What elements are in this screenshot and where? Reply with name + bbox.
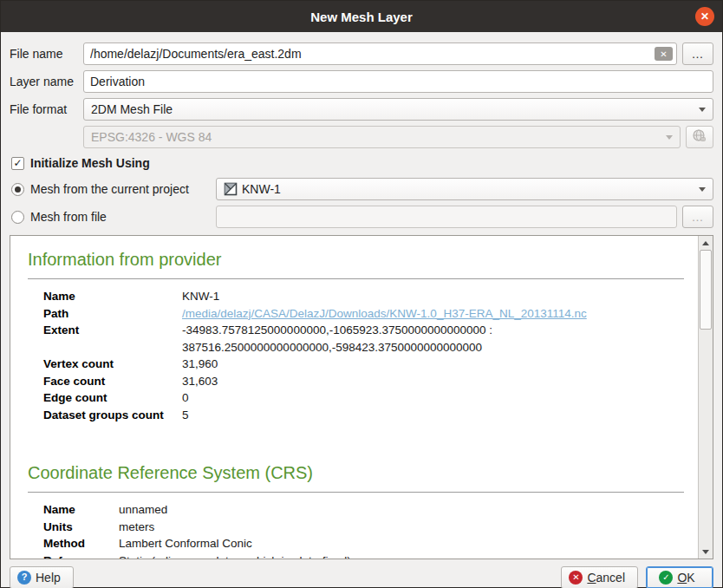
crs-row: EPSG:4326 - WGS 84 [10, 126, 713, 148]
ok-check-icon: ✓ [659, 571, 673, 585]
layer-info-panel: Information from provider Name KNW-1 Pat… [10, 235, 713, 559]
window-title: New Mesh Layer [310, 10, 413, 24]
clear-text-icon[interactable]: ✕ [655, 47, 673, 61]
provider-info-heading: Information from provider [28, 250, 686, 270]
info-label: Reference [43, 552, 119, 559]
file-format-row: File format 2DM Mesh File [10, 98, 713, 121]
scroll-down-button[interactable] [699, 545, 713, 559]
info-label: Name [43, 288, 182, 305]
chevron-down-icon [666, 135, 673, 140]
info-value: 0 [182, 389, 686, 407]
crs-combobox: EPSG:4326 - WGS 84 [83, 126, 681, 148]
info-value: KNW-1 [182, 288, 686, 305]
info-label: Vertex count [43, 356, 182, 373]
project-mesh-value: KNW-1 [242, 182, 699, 196]
initialize-mesh-checkbox[interactable]: ✓ [11, 157, 24, 170]
info-value: unnamed [119, 501, 686, 519]
file-name-input[interactable] [83, 42, 677, 65]
help-button[interactable]: ? Help [10, 566, 74, 588]
info-row-crs-method: Method Lambert Conformal Conic [43, 535, 686, 552]
info-label: Path [43, 305, 182, 323]
select-crs-button [686, 126, 713, 148]
crs-info-table: Name unnamed Units meters Method Lambert… [43, 501, 686, 559]
crs-value: EPSG:4326 - WGS 84 [91, 130, 666, 144]
info-label: Method [43, 535, 119, 552]
mesh-from-project-row: Mesh from the current project KNW-1 [10, 178, 713, 200]
info-value: 31,960 [182, 356, 686, 373]
initialize-mesh-label[interactable]: Initialize Mesh Using [30, 156, 150, 170]
info-row-crs-reference: Reference Static (relies on a datum whic… [43, 552, 686, 559]
file-name-row: File name ✕ … [10, 42, 713, 65]
title-bar[interactable]: New Mesh Layer ✕ [1, 1, 722, 32]
info-row-face-count: Face count 31,603 [43, 373, 686, 390]
info-label: Extent [43, 322, 182, 356]
new-mesh-layer-dialog: New Mesh Layer ✕ File name ✕ … Layer nam… [0, 0, 723, 588]
mesh-file-browse-button: … [682, 206, 713, 228]
mesh-from-project-label[interactable]: Mesh from the current project [30, 182, 189, 196]
mesh-from-project-radio[interactable] [11, 183, 24, 196]
scroll-up-icon [702, 241, 709, 245]
scrollbar-track[interactable] [699, 330, 713, 545]
layer-name-input-wrap [83, 70, 713, 93]
path-link[interactable]: /media/delazj/CASA/DelazJ/Downloads/KNW-… [182, 305, 686, 323]
close-button[interactable]: ✕ [695, 7, 714, 26]
heading-divider [28, 492, 684, 493]
info-value: 5 [182, 407, 686, 424]
mesh-from-file-label[interactable]: Mesh from file [30, 210, 107, 224]
extent-line-2: 387516.2500000000000000,-598423.37500000… [182, 339, 686, 356]
info-row-vertex-count: Vertex count 31,960 [43, 356, 686, 373]
info-row-name: Name KNW-1 [43, 288, 686, 305]
info-content: Information from provider Name KNW-1 Pat… [10, 236, 698, 559]
info-row-edge-count: Edge count 0 [43, 389, 686, 407]
info-label: Name [43, 501, 119, 519]
initialize-mesh-row: ✓ Initialize Mesh Using [11, 155, 713, 171]
cancel-button-label: Cancel [587, 571, 625, 585]
provider-info-table: Name KNW-1 Path /media/delazj/CASA/Delaz… [43, 288, 686, 423]
info-row-crs-units: Units meters [43, 519, 686, 536]
mesh-from-file-radio[interactable] [11, 211, 24, 224]
info-label: Units [43, 519, 119, 536]
mesh-from-project-option: Mesh from the current project [10, 182, 216, 196]
info-value: Static (relies on a datum which is plate… [119, 552, 686, 559]
info-row-dataset-groups: Dataset groups count 5 [43, 407, 686, 424]
info-value: Lambert Conformal Conic [119, 535, 686, 552]
mesh-layer-icon [224, 182, 238, 196]
layer-name-row: Layer name [10, 70, 713, 93]
dialog-body: File name ✕ … Layer name File format 2DM… [1, 32, 722, 588]
file-format-combobox[interactable]: 2DM Mesh File [83, 98, 713, 121]
file-browse-button[interactable]: … [682, 42, 713, 65]
mesh-file-input [216, 206, 677, 228]
file-name-label: File name [10, 47, 83, 61]
file-format-value: 2DM Mesh File [91, 102, 699, 116]
radio-dot [15, 186, 21, 193]
close-icon: ✕ [700, 11, 709, 22]
crs-info-heading: Coordinate Reference System (CRS) [28, 463, 686, 483]
scroll-down-icon [702, 550, 709, 554]
heading-divider [28, 278, 684, 279]
help-icon: ? [17, 571, 31, 585]
cancel-icon: ✕ [569, 571, 583, 585]
scrollbar-thumb[interactable] [700, 250, 712, 330]
cancel-button[interactable]: ✕ Cancel [561, 566, 638, 588]
info-value: -34983.7578125000000000,-1065923.3750000… [182, 322, 686, 356]
scroll-up-button[interactable] [699, 236, 713, 250]
globe-crs-icon [692, 128, 707, 147]
section-gap [28, 448, 686, 461]
info-label: Face count [43, 373, 182, 390]
chevron-down-icon [699, 187, 706, 192]
chevron-down-icon [699, 108, 706, 112]
info-label: Edge count [43, 389, 182, 407]
project-mesh-combobox[interactable]: KNW-1 [216, 178, 713, 200]
ok-button[interactable]: ✓ OK [646, 566, 713, 588]
mesh-from-file-row: Mesh from file … [10, 206, 713, 228]
info-row-crs-name: Name unnamed [43, 501, 686, 519]
vertical-scrollbar[interactable] [698, 236, 713, 559]
layer-name-input[interactable] [83, 70, 713, 93]
file-name-input-wrap: ✕ [83, 42, 677, 65]
info-row-path: Path /media/delazj/CASA/DelazJ/Downloads… [43, 305, 686, 323]
layer-name-label: Layer name [10, 75, 83, 88]
file-format-label: File format [10, 102, 83, 116]
dialog-button-row: ? Help ✕ Cancel ✓ OK [10, 565, 713, 588]
info-label: Dataset groups count [43, 407, 182, 424]
info-value: meters [119, 519, 686, 536]
